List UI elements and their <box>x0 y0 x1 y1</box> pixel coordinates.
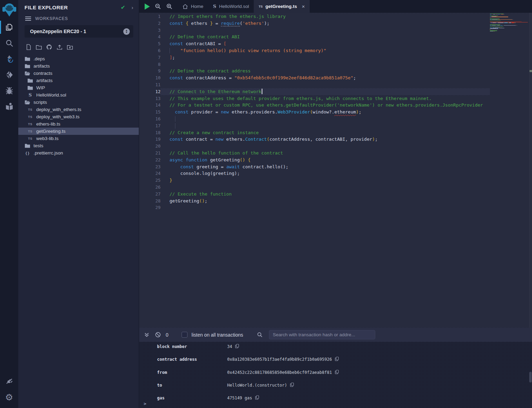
code-line-10[interactable]: 10const contractAddress = "0xb54febb5c0c… <box>139 74 490 81</box>
code-line-13[interactable]: 13// This example uses the default provi… <box>139 95 490 102</box>
line-number: 20 <box>139 143 161 150</box>
line-number: 6 <box>139 47 161 54</box>
tree-item-scripts[interactable]: scripts <box>18 99 139 106</box>
tree-item-contracts[interactable]: contracts <box>18 70 139 77</box>
code-line-12[interactable]: 12// Connect to the Ethereum network <box>139 88 490 95</box>
terminal-prompt[interactable]: > <box>144 401 146 406</box>
code-area[interactable]: 1// Import ethers from the ethers.js lib… <box>139 13 490 328</box>
copy-icon[interactable] <box>290 382 294 387</box>
code-line-6[interactable]: 6 "function hello() public view returns … <box>139 47 490 54</box>
code-line-1[interactable]: 1// Import ethers from the ethers.js lib… <box>139 13 490 20</box>
folder-open-icon <box>25 71 30 76</box>
code-line-27[interactable]: 27// Execute the function <box>139 191 490 198</box>
code-line-23[interactable]: 23 const greeting = await contract.hello… <box>139 163 490 170</box>
tree-item-label: deploy_with_web3.ts <box>36 114 79 119</box>
chevron-right-icon[interactable]: › <box>132 4 133 10</box>
copy-icon[interactable] <box>335 357 339 361</box>
terminal-row-value: HelloWorld.(constructor) <box>227 383 287 388</box>
tab-home[interactable]: Home <box>177 0 208 13</box>
tree-item-artifacts[interactable]: artifacts <box>18 62 139 70</box>
tree-item-wip[interactable]: WIP <box>18 84 139 91</box>
learneth-icon[interactable] <box>0 99 18 115</box>
tab-getgreeting-ts[interactable]: TSgetGreeting.ts× <box>254 0 310 13</box>
new-file-icon[interactable] <box>25 44 32 52</box>
zoom-out-button[interactable] <box>155 3 161 10</box>
tab-label: Home <box>191 4 203 9</box>
terminal-output: block number34contract address0x8a120383… <box>139 342 532 408</box>
clear-console-icon[interactable] <box>155 332 161 338</box>
run-script-button[interactable] <box>145 3 150 10</box>
listen-transactions-checkbox[interactable] <box>182 332 187 338</box>
copy-icon[interactable] <box>235 344 239 348</box>
overview-ruler-marker[interactable] <box>530 70 532 72</box>
tree-item-deploy-with-web3-ts[interactable]: TSdeploy_with_web3.ts <box>18 113 139 120</box>
code-line-5[interactable]: 5const contractABI = [ <box>139 40 490 47</box>
settings-icon[interactable]: ⚙ <box>0 389 18 405</box>
folder-icon <box>25 64 30 68</box>
terminal-row-label: from <box>157 370 227 375</box>
tree-item--deps[interactable]: .deps <box>18 55 139 62</box>
upload-folder-icon[interactable] <box>67 44 73 52</box>
minimap[interactable] <box>490 13 529 328</box>
line-number: 9 <box>139 68 161 74</box>
tree-item-label: scripts <box>33 100 47 105</box>
code-line-14[interactable]: 14// For a testnet or custom RPC, use et… <box>139 102 490 109</box>
file-explorer-icon[interactable] <box>0 19 18 35</box>
new-folder-icon[interactable] <box>36 44 42 52</box>
code-line-4[interactable]: 4// Define the contract ABI <box>139 33 490 40</box>
code-line-25[interactable]: 25} <box>139 177 490 184</box>
code-line-7[interactable]: 7]; <box>139 54 490 61</box>
code-line-29[interactable]: 29 <box>139 204 490 211</box>
github-icon[interactable] <box>46 44 52 52</box>
tree-item-ethers-lib-ts[interactable]: TSethers-lib.ts <box>18 120 139 128</box>
workspaces-menu-icon[interactable] <box>25 17 31 21</box>
code-line-20[interactable]: 20 <box>139 143 490 150</box>
terminal-search-input[interactable] <box>269 330 375 339</box>
tree-item-getgreeting-ts[interactable]: TSgetGreeting.ts <box>18 128 139 135</box>
folder-icon <box>27 86 33 90</box>
code-line-2[interactable]: 2const { ethers } = require('ethers'); <box>139 20 490 27</box>
code-line-11[interactable]: 11 <box>139 81 490 88</box>
listen-transactions-label: listen on all transactions <box>192 332 243 338</box>
tree-item-artifacts[interactable]: artifacts <box>18 77 139 84</box>
code-line-18[interactable]: 18// Create a new contract instance <box>139 129 490 136</box>
code-line-9[interactable]: 9// Define the contract address <box>139 68 490 74</box>
code-line-22[interactable]: 22async function getGreeting() { <box>139 157 490 163</box>
tree-item--prettierrc-json[interactable]: { }.prettierrc.json <box>18 149 139 157</box>
code-line-8[interactable]: 8 <box>139 61 490 68</box>
code-line-16[interactable]: 16 <box>139 116 490 122</box>
tab-helloworld-sol[interactable]: SHelloWorld.sol <box>208 0 254 13</box>
line-number: 8 <box>139 61 161 68</box>
overview-ruler[interactable] <box>529 13 532 328</box>
plugin-manager-icon[interactable] <box>0 374 18 389</box>
tree-item-deploy-with-ethers-ts[interactable]: TSdeploy_with_ethers.ts <box>18 106 139 113</box>
copy-icon[interactable] <box>255 395 259 400</box>
expand-terminal-icon[interactable] <box>144 332 149 338</box>
status-check-icon: ✔ <box>121 4 125 11</box>
tree-item-web3-lib-ts[interactable]: TSweb3-lib.ts <box>18 135 139 142</box>
debugger-icon[interactable] <box>0 83 18 99</box>
upload-file-icon[interactable] <box>56 44 63 52</box>
code-line-17[interactable]: 17 <box>139 122 490 129</box>
deploy-run-icon[interactable] <box>0 67 18 83</box>
search-icon[interactable] <box>0 35 18 51</box>
tree-item-tests[interactable]: tests <box>18 142 139 149</box>
close-tab-icon[interactable]: × <box>302 3 305 9</box>
copy-icon[interactable] <box>335 370 339 374</box>
remix-logo[interactable] <box>0 0 18 19</box>
terminal-scrollbar[interactable] <box>529 372 532 382</box>
code-line-19[interactable]: 19const contract = new ethers.Contract(c… <box>139 136 490 143</box>
zoom-in-button[interactable] <box>166 3 173 10</box>
code-line-24[interactable]: 24 console.log(greeting); <box>139 170 490 177</box>
code-editor[interactable]: 1// Import ethers from the ethers.js lib… <box>139 13 532 328</box>
tree-item-helloworld-sol[interactable]: SHelloWorld.sol <box>18 91 139 99</box>
line-number: 18 <box>139 129 161 136</box>
code-line-3[interactable]: 3 <box>139 27 490 34</box>
code-line-21[interactable]: 21// Call the hello function of the cont… <box>139 150 490 157</box>
code-line-28[interactable]: 28getGreeting(); <box>139 198 490 205</box>
solidity-compiler-icon[interactable] <box>0 51 18 67</box>
code-line-26[interactable]: 26 <box>139 184 490 191</box>
workspace-selector[interactable]: OpenZeppelin ERC20 - 1 ▲▼ <box>25 25 133 38</box>
line-number: 25 <box>139 177 161 184</box>
code-line-15[interactable]: 15 const provider = new ethers.providers… <box>139 109 490 116</box>
